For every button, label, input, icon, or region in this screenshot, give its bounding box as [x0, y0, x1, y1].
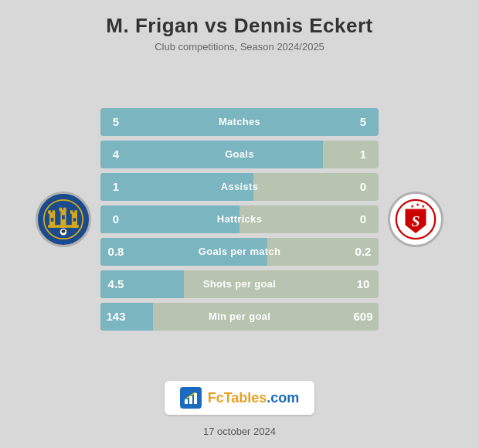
stat-row-min-per-goal: 143Min per goal609: [100, 303, 379, 331]
stat-right-value-6: 609: [348, 310, 379, 323]
stat-left-value-3: 0: [100, 212, 131, 226]
match-date: 17 october 2024: [203, 426, 276, 437]
stat-right-value-5: 10: [348, 277, 379, 290]
svg-rect-3: [53, 210, 56, 214]
stat-label-2: Assists: [131, 181, 348, 192]
stat-right-value-1: 1: [348, 148, 379, 161]
fctables-section: FcTables.com: [0, 373, 479, 419]
main-content: 5Matches54Goals11Assists00Hattricks00.8G…: [0, 57, 479, 373]
header: M. Frigan vs Dennis Eckert Club competit…: [0, 0, 479, 57]
stat-right-value-3: 0: [348, 212, 379, 226]
svg-rect-2: [48, 210, 51, 214]
fctables-badge: FcTables.com: [165, 381, 315, 415]
stat-row-matches: 5Matches5: [100, 108, 379, 136]
svg-text:★: ★: [416, 201, 420, 206]
match-title: M. Frigan vs Dennis Eckert: [8, 14, 471, 38]
stat-row-goals-per-match: 0.8Goals per match0.2: [100, 238, 379, 266]
svg-rect-11: [51, 218, 54, 222]
svg-rect-20: [185, 399, 188, 404]
svg-rect-21: [189, 396, 192, 404]
svg-rect-5: [59, 207, 63, 211]
stat-right-value-4: 0.2: [348, 245, 379, 258]
date-footer: 17 october 2024: [203, 419, 276, 448]
stats-container: 5Matches54Goals11Assists00Hattricks00.8G…: [100, 108, 379, 331]
fctables-label: FcTables.com: [208, 390, 300, 406]
svg-rect-12: [62, 215, 65, 219]
stat-left-value-6: 143: [100, 310, 131, 323]
svg-rect-8: [70, 210, 73, 214]
svg-rect-13: [73, 218, 76, 222]
stat-left-value-1: 4: [100, 148, 131, 161]
fctables-icon: [180, 387, 202, 409]
stat-row-hattricks: 0Hattricks0: [100, 205, 379, 233]
stat-label-0: Matches: [131, 116, 348, 127]
svg-rect-9: [74, 210, 77, 214]
svg-rect-6: [63, 207, 66, 211]
left-team-logo: [32, 192, 94, 247]
right-team-logo: S ★ ★ ★: [385, 192, 447, 247]
right-team-crest-icon: S ★ ★ ★: [395, 199, 437, 240]
stat-right-value-2: 0: [348, 180, 379, 193]
svg-text:★: ★: [421, 202, 425, 208]
svg-text:S: S: [411, 212, 420, 229]
svg-text:★: ★: [410, 202, 414, 208]
fc-part: Fc: [208, 390, 224, 406]
stat-left-value-2: 1: [100, 180, 131, 193]
svg-rect-10: [48, 225, 79, 228]
stat-label-4: Goals per match: [131, 246, 348, 257]
stat-row-goals: 4Goals1: [100, 141, 379, 168]
stat-left-value-4: 0.8: [100, 245, 131, 258]
stat-left-value-5: 4.5: [100, 277, 131, 290]
tables-part: Tables: [224, 390, 267, 406]
stat-row-assists: 1Assists0: [100, 173, 379, 201]
stat-left-value-0: 5: [100, 115, 131, 128]
match-subtitle: Club competitions, Season 2024/2025: [8, 41, 471, 53]
stat-label-5: Shots per goal: [131, 278, 348, 290]
chart-icon: [183, 390, 199, 406]
domain-part: .com: [267, 390, 299, 406]
stat-label-6: Min per goal: [131, 311, 348, 322]
stat-right-value-0: 5: [348, 115, 379, 128]
stat-label-1: Goals: [131, 148, 348, 160]
stat-row-shots-per-goal: 4.5Shots per goal10: [100, 270, 379, 298]
right-logo-circle: S ★ ★ ★: [388, 192, 443, 247]
svg-rect-22: [194, 393, 197, 404]
left-team-crest-icon: [42, 199, 84, 240]
stat-label-3: Hattricks: [131, 213, 348, 225]
left-logo-circle: [36, 192, 91, 247]
